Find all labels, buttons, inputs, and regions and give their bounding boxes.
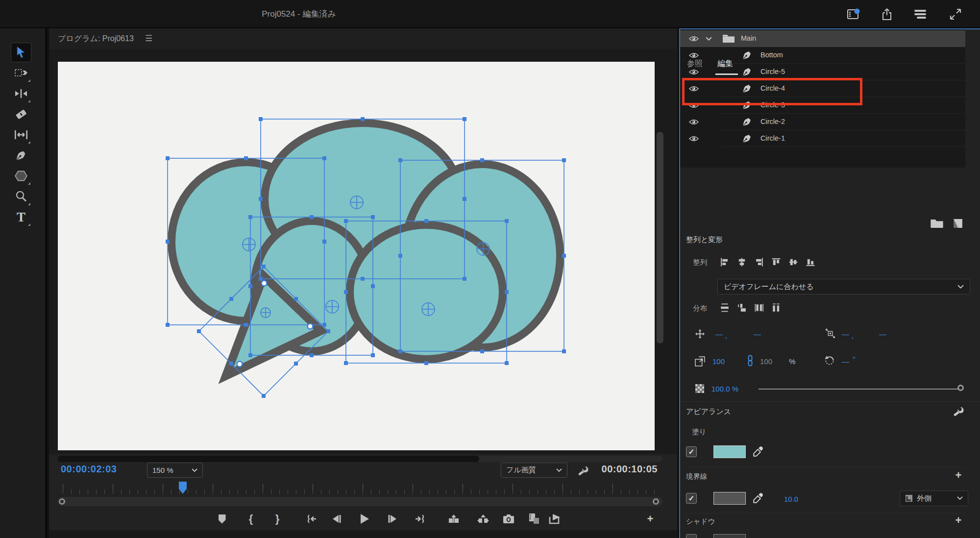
fullscreen-icon[interactable] (948, 6, 963, 22)
layer-label[interactable]: Circle-1 (760, 134, 785, 142)
chevron-down-icon (957, 285, 964, 289)
stroke-label: 境界線 (686, 472, 708, 481)
vertical-scrollbar[interactable] (657, 132, 663, 343)
stroke-add-icon[interactable]: + (953, 469, 964, 481)
selection-tool[interactable] (11, 43, 31, 62)
shadow-color-swatch[interactable] (713, 534, 746, 538)
folder-icon (722, 34, 735, 43)
mark-out-button[interactable]: } (268, 509, 287, 529)
opacity-icon (695, 384, 705, 393)
appearance-settings-wrench-icon[interactable] (953, 405, 965, 418)
visibility-eye-icon[interactable] (689, 69, 699, 75)
align-middle-v-icon[interactable] (788, 257, 799, 268)
button-editor-add[interactable]: + (640, 509, 660, 529)
panel-menu-icon[interactable]: ☰ (145, 33, 152, 44)
zoom-level-dropdown[interactable]: 150 % (147, 463, 203, 478)
comparison-view-icon (528, 513, 540, 525)
stroke-eyedropper-icon[interactable] (752, 492, 764, 505)
chevron-down-icon[interactable] (706, 37, 712, 41)
stroke-color-swatch[interactable] (713, 492, 746, 505)
stroke-style-dropdown[interactable]: 外側 (900, 490, 968, 506)
export-media-button[interactable] (545, 509, 564, 529)
export-frame-button[interactable] (499, 509, 518, 529)
monitor-settings-wrench-icon[interactable] (577, 465, 590, 477)
track-select-forward-tool[interactable] (11, 63, 31, 83)
distribute-space-v-icon[interactable] (771, 302, 782, 313)
mark-in-button[interactable]: { (241, 509, 261, 529)
step-forward-button[interactable] (383, 509, 402, 529)
fill-color-swatch[interactable] (713, 445, 746, 458)
layer-label[interactable]: Circle-5 (760, 68, 785, 75)
layer-row-circle-2[interactable]: Circle-2 (680, 114, 965, 130)
comparison-view-button[interactable] (524, 509, 544, 529)
settings-stack-icon[interactable] (912, 6, 928, 22)
stroke-width-value[interactable]: 10.0 (784, 495, 798, 503)
opacity-slider-track[interactable] (759, 389, 959, 390)
razor-tool[interactable] (11, 104, 31, 124)
opacity-slider-handle[interactable] (957, 385, 964, 391)
go-to-out-button[interactable] (411, 509, 430, 529)
anchor-y-value[interactable]: — (879, 330, 886, 338)
rotation-value[interactable]: — (842, 357, 849, 366)
align-left-icon[interactable] (719, 257, 730, 268)
stroke-outside-icon (905, 494, 913, 502)
anchor-x-value[interactable]: — (842, 330, 849, 338)
distribute-v-icon[interactable] (719, 302, 730, 313)
layer-label[interactable]: Main (741, 34, 756, 42)
composition-canvas[interactable] (58, 62, 655, 450)
visibility-eye-icon[interactable] (689, 35, 699, 42)
new-folder-icon[interactable] (929, 218, 945, 229)
playback-quality-dropdown[interactable]: フル画質 (501, 463, 567, 478)
zoom-scroll-track[interactable] (58, 497, 662, 506)
monitor-time-ruler[interactable] (63, 483, 662, 494)
go-to-in-button[interactable] (301, 509, 321, 529)
visibility-eye-icon[interactable] (689, 119, 699, 125)
new-layer-icon[interactable] (951, 218, 965, 229)
export-media-icon (548, 513, 561, 525)
layer-label[interactable]: Circle-2 (760, 118, 785, 125)
fill-eyedropper-icon[interactable] (752, 445, 764, 458)
opacity-value[interactable]: 100.0 % (711, 385, 738, 393)
share-icon[interactable] (879, 6, 895, 22)
fill-checkbox[interactable]: ✓ (686, 446, 697, 457)
align-target-dropdown[interactable]: ビデオフレームに合わせる (717, 279, 970, 294)
shadow-add-icon[interactable]: + (953, 514, 964, 526)
visibility-eye-icon[interactable] (689, 135, 699, 142)
align-right-icon[interactable] (754, 257, 764, 268)
distribute-space-h-icon[interactable] (754, 302, 764, 313)
pen-tool[interactable] (11, 146, 31, 165)
current-timecode[interactable]: 00:00:02:03 (61, 464, 117, 475)
align-top-icon[interactable] (771, 257, 782, 268)
align-label: 整列 (693, 258, 707, 267)
layer-row-circle-1[interactable]: Circle-1 (680, 130, 965, 147)
position-separator: , (725, 331, 727, 340)
zoom-scroll-left-handle[interactable] (59, 498, 65, 505)
position-y-value[interactable]: — (754, 330, 761, 338)
scale-value[interactable]: 100 (712, 357, 725, 366)
horizontal-scrollbar-thumb[interactable] (58, 456, 479, 462)
scale-linked-value[interactable]: 100 (760, 357, 772, 366)
type-tool[interactable]: T (11, 207, 31, 227)
distribute-h-icon[interactable] (736, 302, 747, 313)
shape-tool[interactable] (11, 166, 31, 186)
add-marker-button[interactable] (212, 509, 232, 529)
align-center-h-icon[interactable] (736, 257, 747, 268)
ripple-edit-tool[interactable] (11, 84, 31, 103)
position-x-value[interactable]: — (715, 330, 723, 338)
play-button[interactable] (355, 509, 374, 529)
shadow-checkbox[interactable] (686, 534, 697, 538)
step-back-button[interactable] (327, 509, 346, 529)
workspace-switcher-icon[interactable] (846, 6, 861, 22)
slip-tool[interactable] (11, 125, 31, 145)
zoom-scroll-right-handle[interactable] (653, 498, 659, 505)
layer-row-main[interactable]: Main (680, 30, 965, 47)
lift-button[interactable] (444, 509, 464, 529)
visibility-eye-icon[interactable] (689, 52, 699, 59)
layer-label[interactable]: Bottom (760, 51, 783, 59)
zoom-tool[interactable] (11, 187, 31, 206)
stroke-checkbox[interactable]: ✓ (686, 493, 697, 504)
extract-button[interactable] (473, 509, 493, 529)
align-bottom-icon[interactable] (805, 257, 816, 268)
scale-link-icon[interactable] (746, 354, 755, 367)
layer-row-bottom[interactable]: Bottom (680, 47, 965, 64)
